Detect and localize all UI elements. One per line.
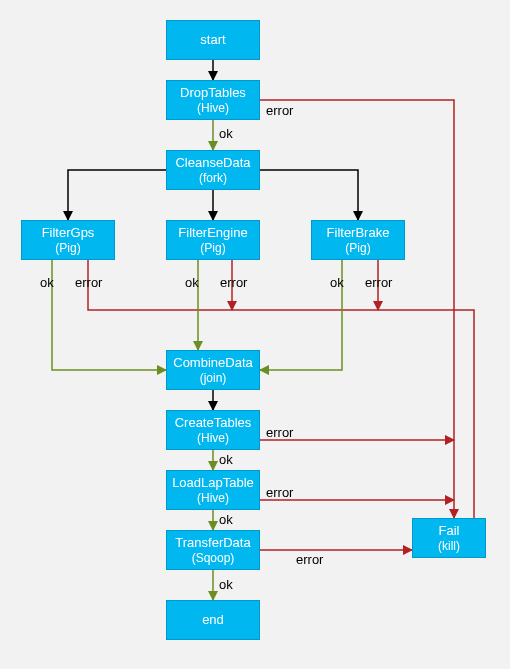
node-filter-brake-sub: (Pig) [345, 241, 370, 255]
node-cleanse-data-label: CleanseData [175, 155, 250, 171]
node-filter-brake: FilterBrake (Pig) [311, 220, 405, 260]
node-transfer-data-sub: (Sqoop) [192, 551, 235, 565]
node-cleanse-data-sub: (fork) [199, 171, 227, 185]
node-load-lap-sub: (Hive) [197, 491, 229, 505]
edge-label-transfer-err: error [296, 552, 323, 567]
node-combine-data-sub: (join) [200, 371, 227, 385]
node-cleanse-data: CleanseData (fork) [166, 150, 260, 190]
edge-label-eng-ok: ok [185, 275, 199, 290]
node-transfer-data: TransferData (Sqoop) [166, 530, 260, 570]
node-filter-gps: FilterGps (Pig) [21, 220, 115, 260]
node-drop-tables: DropTables (Hive) [166, 80, 260, 120]
edge-label-drop-ok: ok [219, 126, 233, 141]
node-combine-data-label: CombineData [173, 355, 253, 371]
node-fail-sub: (kill) [438, 539, 460, 553]
edge-label-brk-err: error [365, 275, 392, 290]
node-drop-tables-label: DropTables [180, 85, 246, 101]
node-create-tables-sub: (Hive) [197, 431, 229, 445]
node-load-lap-label: LoadLapTable [172, 475, 254, 491]
node-load-lap: LoadLapTable (Hive) [166, 470, 260, 510]
node-create-tables: CreateTables (Hive) [166, 410, 260, 450]
node-fail: Fail (kill) [412, 518, 486, 558]
node-filter-brake-label: FilterBrake [327, 225, 390, 241]
node-filter-engine-sub: (Pig) [200, 241, 225, 255]
edge-label-gps-err: error [75, 275, 102, 290]
node-drop-tables-sub: (Hive) [197, 101, 229, 115]
edge-label-gps-ok: ok [40, 275, 54, 290]
workflow-diagram: start DropTables (Hive) CleanseData (for… [0, 0, 510, 669]
node-create-tables-label: CreateTables [175, 415, 252, 431]
edge-label-create-err: error [266, 425, 293, 440]
node-fail-label: Fail [439, 523, 460, 539]
node-end: end [166, 600, 260, 640]
edge-label-brk-ok: ok [330, 275, 344, 290]
node-filter-gps-label: FilterGps [42, 225, 95, 241]
edge-label-eng-err: error [220, 275, 247, 290]
node-transfer-data-label: TransferData [175, 535, 250, 551]
node-filter-engine: FilterEngine (Pig) [166, 220, 260, 260]
edge-label-load-err: error [266, 485, 293, 500]
edge-label-drop-err: error [266, 103, 293, 118]
edge-label-create-ok: ok [219, 452, 233, 467]
node-start: start [166, 20, 260, 60]
node-filter-gps-sub: (Pig) [55, 241, 80, 255]
node-start-label: start [200, 32, 225, 48]
node-combine-data: CombineData (join) [166, 350, 260, 390]
edge-label-transfer-ok: ok [219, 577, 233, 592]
node-end-label: end [202, 612, 224, 628]
edge-label-load-ok: ok [219, 512, 233, 527]
node-filter-engine-label: FilterEngine [178, 225, 247, 241]
